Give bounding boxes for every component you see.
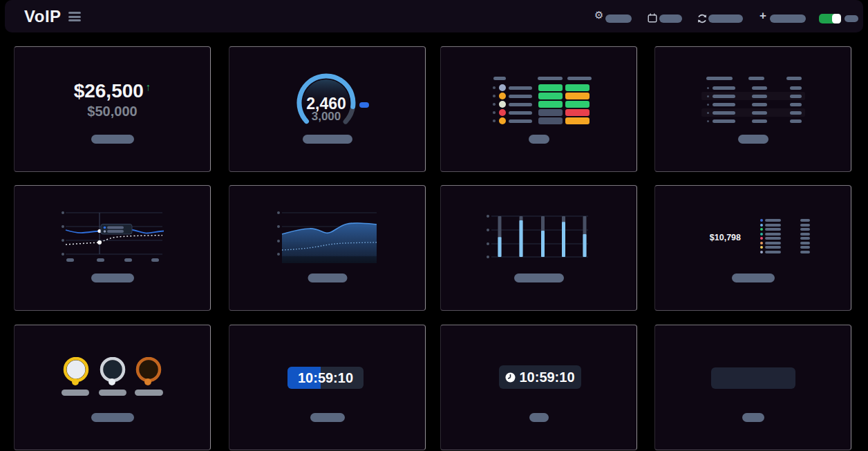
action-skeleton-pill[interactable] [303,135,352,144]
bulb-icon [61,357,91,389]
date-range-button[interactable] [659,15,682,23]
hover-point [97,240,102,244]
action-skeleton-pill[interactable] [308,274,347,282]
card-revenue-kpi: $26,500↑ $50,000 [14,46,211,172]
table-row [706,92,802,100]
legend-item [760,219,810,222]
app-header: VoIP ⚙ + [5,0,863,32]
legend-dot [760,219,763,222]
refresh-icon[interactable] [697,14,707,23]
legend-item [760,228,810,231]
x-axis-ticks [66,258,159,262]
trend-up-icon: ↑ [146,81,151,93]
revenue-value: $26,500↑ [15,80,210,102]
gear-icon[interactable]: ⚙ [594,9,603,21]
action-skeleton-pill[interactable] [91,135,134,144]
action-skeleton-pill[interactable] [91,413,134,422]
status-dot [499,117,506,124]
app-title: VoIP [24,0,62,32]
hamburger-icon[interactable] [68,12,81,23]
card-area-chart [229,185,426,311]
action-skeleton-pill[interactable] [742,413,764,422]
card-skeleton-list [654,46,851,172]
card-bulb-status [14,325,211,450]
toggle-switch[interactable] [819,14,841,23]
legend-dot [760,237,763,240]
card-gauge: 2,460 3,000 [229,46,426,172]
status-dot [499,109,506,116]
skeleton-table [706,77,802,125]
table-row [493,108,592,117]
sync-button[interactable] [708,15,743,23]
toggle-label-skeleton [845,15,858,22]
card-line-chart [14,185,211,311]
legend-item [760,251,810,254]
card-timer-progress: 10:59:10 [229,325,426,450]
legend-dot [760,233,763,236]
card-status-table [440,46,637,172]
empty-panel-skeleton [711,367,795,389]
chart-tooltip [101,224,132,235]
status-table [493,77,592,125]
status-dot [499,84,506,91]
action-skeleton-pill[interactable] [91,274,134,282]
status-cell [565,84,589,91]
table-row [706,108,802,117]
table-row [493,100,592,108]
action-skeleton-pill[interactable] [514,274,564,282]
action-skeleton-pill[interactable] [738,135,768,144]
table-row [493,117,592,125]
legend-dot [760,242,763,244]
legend-item [760,242,810,245]
table-row [706,117,802,125]
comparison-line-chart [62,207,167,265]
amount-value: $10,798 [698,233,741,242]
status-dot [499,101,506,108]
action-skeleton-pill[interactable] [529,413,549,422]
bulb-icon [133,357,164,389]
add-button[interactable] [770,15,806,23]
bulb-label-skeleton [99,390,126,396]
card-bar-chart [440,185,637,311]
timer-progress-chip: 10:59:10 [287,367,364,389]
status-cell [565,109,589,116]
gauge-max: 3,000 [293,110,359,124]
action-skeleton-pill[interactable] [732,274,775,282]
status-dot [499,93,506,99]
table-header [706,77,802,80]
status-cell [538,93,563,99]
legend-item [760,237,810,240]
settings-button[interactable] [605,15,632,23]
timer-value: 10:59:10 [519,370,574,385]
legend-item [760,224,810,227]
status-cell [538,117,563,124]
table-row [706,84,802,92]
status-cell [538,109,563,116]
timer-clock-chip: 10:59:10 [499,365,581,389]
table-header [493,77,592,81]
legend-dot [760,246,763,249]
area-base-band [282,256,377,263]
bulb-label-skeleton [135,390,163,396]
breakdown-legend [760,219,810,255]
card-empty-panel [654,325,851,450]
bars [498,216,587,257]
card-timer-clock: 10:59:10 [440,325,637,450]
dashed-series-line [66,236,162,244]
card-amount-breakdown: $10,798 [654,185,851,311]
plus-icon[interactable]: + [760,9,766,23]
timer-value: 10:59:10 [287,367,364,389]
clock-icon [505,372,516,383]
status-cell [565,93,589,99]
status-cell [565,101,589,108]
status-cell [538,84,563,91]
table-row [493,92,592,100]
table-row [493,84,592,92]
action-skeleton-pill[interactable] [310,413,345,422]
capacity-bar-chart [486,212,591,260]
legend-dot [760,224,763,227]
calendar-icon[interactable] [648,13,657,23]
action-skeleton-pill[interactable] [529,135,549,144]
voip-dashboard: VoIP ⚙ + $26,500↑ $50,000 [0,0,868,451]
bulb-label-skeleton [62,390,89,396]
